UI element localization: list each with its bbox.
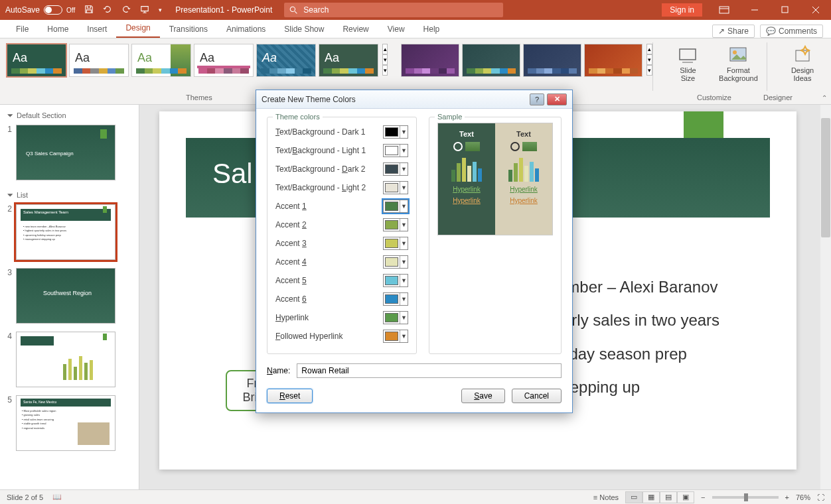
theme-colors-fieldset: Theme colors Text/Background - Dark 1▼ T…: [267, 117, 417, 354]
tab-animations[interactable]: Animations: [217, 21, 275, 38]
theme-thumb[interactable]: Aa: [7, 44, 66, 77]
reading-view-icon[interactable]: ▤: [660, 491, 677, 503]
cancel-button[interactable]: Cancel: [512, 389, 562, 403]
save-button[interactable]: Save: [461, 389, 504, 403]
reset-button[interactable]: Reset: [267, 389, 313, 403]
undo-icon[interactable]: [103, 5, 112, 16]
spellcheck-icon[interactable]: 📖: [52, 493, 62, 501]
tab-review[interactable]: Review: [333, 21, 378, 38]
section-list[interactable]: ⏷List: [3, 188, 136, 202]
color-picker-tl1[interactable]: ▼: [383, 144, 408, 157]
slide-thumb-5[interactable]: 5 Santa Fe, New Mexico▪ Most profitable …: [4, 395, 135, 451]
tab-file[interactable]: File: [7, 21, 38, 38]
slide-indicator[interactable]: Slide 2 of 5: [7, 493, 43, 501]
variant-thumb[interactable]: [462, 44, 520, 77]
color-picker-a4[interactable]: ▼: [383, 255, 408, 269]
color-picker-hyp[interactable]: ▼: [383, 311, 408, 324]
svg-rect-3: [680, 49, 696, 60]
chevron-down-icon: ⏷: [7, 111, 14, 119]
dialog-titlebar[interactable]: Create New Theme Colors ? ✕: [256, 90, 572, 109]
theme-thumb[interactable]: Aa: [256, 44, 316, 77]
save-icon[interactable]: [84, 5, 94, 16]
dialog-buttons: Reset Save Cancel: [256, 382, 572, 411]
theme-name-input[interactable]: [297, 363, 562, 378]
theme-thumb[interactable]: Aa: [319, 44, 378, 77]
dialog-close-icon[interactable]: ✕: [547, 94, 567, 105]
fieldset-legend: Theme colors: [273, 113, 323, 121]
slide-thumb-3[interactable]: 3 Southwest Region: [4, 268, 135, 324]
slide-thumb-1[interactable]: 1 Q3 Sales Campaign: [4, 125, 135, 180]
variant-thumb[interactable]: [523, 44, 581, 77]
search-box[interactable]: Search: [284, 3, 503, 17]
color-picker-a6[interactable]: ▼: [383, 292, 408, 306]
variants-scroll[interactable]: ▴▾▾: [646, 44, 652, 104]
color-label: Accent 6: [275, 294, 378, 304]
zoom-slider[interactable]: [712, 496, 779, 499]
maximize-icon[interactable]: [770, 0, 800, 20]
normal-view-icon[interactable]: ▭: [625, 491, 642, 503]
color-label: Text/Background - Light 2: [275, 183, 378, 192]
chevron-down-icon: ⏷: [7, 191, 14, 199]
theme-thumb[interactable]: Aa: [69, 44, 129, 77]
svg-point-5: [733, 50, 737, 54]
color-label: Accent 5: [275, 276, 378, 285]
redo-icon[interactable]: [121, 5, 131, 16]
color-picker-a2[interactable]: ▼: [383, 218, 408, 231]
share-button[interactable]: ↗Share: [712, 25, 755, 38]
search-placeholder: Search: [303, 5, 329, 15]
zoom-out-icon[interactable]: −: [701, 493, 705, 501]
sample-dark: Text Hyperlink Hyperlink: [438, 123, 495, 235]
window-controls: Sign in: [662, 0, 831, 20]
scrollbar-thumb[interactable]: [821, 118, 830, 237]
autosave-switch[interactable]: [44, 5, 62, 15]
color-picker-tl2[interactable]: ▼: [383, 181, 408, 194]
present-icon[interactable]: [140, 5, 149, 16]
color-picker-a5[interactable]: ▼: [383, 274, 408, 287]
theme-thumb[interactable]: Aa: [194, 44, 254, 77]
color-picker-td2[interactable]: ▼: [383, 162, 408, 176]
color-picker-fhyp[interactable]: ▼: [383, 330, 408, 343]
fieldset-legend: Sample: [435, 113, 465, 121]
variant-thumb[interactable]: [401, 44, 459, 77]
tab-transitions[interactable]: Transitions: [160, 21, 217, 38]
dialog-title: Create New Theme Colors: [262, 95, 356, 104]
vertical-scrollbar[interactable]: [820, 105, 831, 489]
view-buttons: ▭ ▦ ▤ ▣: [625, 491, 694, 503]
sorter-view-icon[interactable]: ▦: [642, 491, 660, 503]
fit-window-icon[interactable]: ⛶: [817, 493, 824, 501]
notes-button[interactable]: ≡ Notes: [593, 493, 619, 501]
color-label: Hyperlink: [275, 313, 378, 322]
close-icon[interactable]: [800, 0, 831, 20]
zoom-in-icon[interactable]: +: [785, 493, 789, 501]
color-picker-a3[interactable]: ▼: [383, 237, 408, 250]
comments-button[interactable]: 💬Comments: [760, 25, 823, 38]
tab-slideshow[interactable]: Slide Show: [275, 21, 333, 38]
svg-rect-2: [782, 7, 788, 13]
dialog-help-icon[interactable]: ?: [530, 94, 544, 105]
minimize-icon[interactable]: [739, 0, 770, 20]
tab-help[interactable]: Help: [414, 21, 449, 38]
tab-insert[interactable]: Insert: [78, 21, 116, 38]
zoom-level[interactable]: 76%: [796, 493, 810, 501]
tab-home[interactable]: Home: [38, 21, 78, 38]
slideshow-view-icon[interactable]: ▣: [677, 491, 694, 503]
svg-rect-1: [719, 7, 729, 13]
color-picker-a1[interactable]: ▼: [383, 200, 408, 213]
variant-thumb[interactable]: [584, 44, 642, 77]
name-label: Name:: [267, 366, 290, 375]
slide-thumb-2[interactable]: 2 Sales Management Team▪ new team member…: [4, 204, 135, 260]
comment-icon: 💬: [766, 27, 776, 36]
signin-button[interactable]: Sign in: [662, 3, 702, 17]
tab-view[interactable]: View: [378, 21, 414, 38]
slide-thumb-4[interactable]: 4: [4, 332, 135, 387]
share-icon: ↗: [718, 27, 725, 36]
tab-design[interactable]: Design: [116, 19, 159, 38]
theme-thumb[interactable]: Aa: [131, 44, 191, 77]
autosave-toggle[interactable]: AutoSave Off: [5, 5, 75, 15]
section-default[interactable]: ⏷Default Section: [3, 109, 136, 122]
ribbon-tabs: File Home Insert Design Transitions Anim…: [0, 20, 831, 38]
ribbon-display-icon[interactable]: [709, 0, 739, 20]
qat-more-icon[interactable]: ▾: [159, 7, 162, 13]
color-picker-td1[interactable]: ▼: [383, 125, 408, 139]
collapse-ribbon-icon[interactable]: ⌃: [822, 94, 827, 101]
